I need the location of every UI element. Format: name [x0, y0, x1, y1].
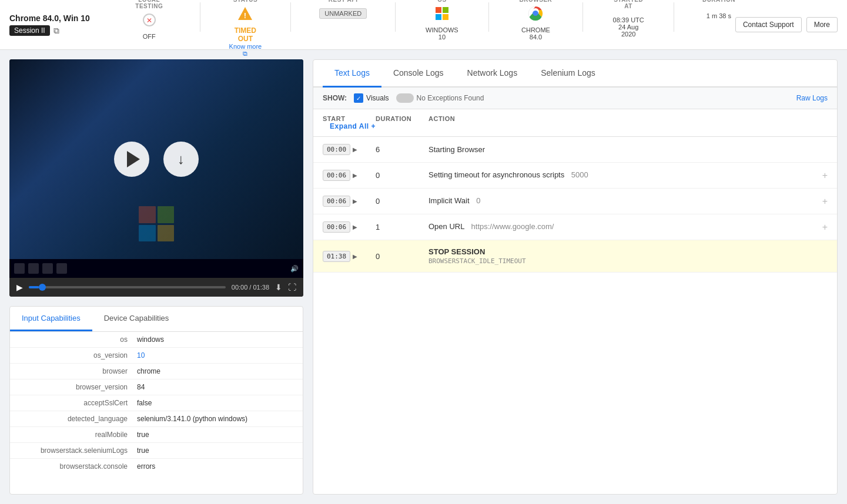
- taskbar-icon-3: [42, 263, 53, 274]
- svg-rect-4: [436, 7, 441, 13]
- taskbar-clock: 🔊: [290, 265, 299, 273]
- cap-row-os: os windows: [10, 332, 303, 348]
- log-row-2: 00:06 ▶ 0 Implicit Wait 0 +: [313, 189, 837, 214]
- tab-selenium-logs[interactable]: Selenium Logs: [529, 60, 607, 88]
- copy-icon[interactable]: ⧉: [53, 26, 59, 36]
- stat-status-label: STATUS: [233, 0, 258, 3]
- windows-icon: [434, 5, 450, 25]
- col-start: START: [323, 115, 376, 122]
- cap-row-detected-language: detected_language selenium/3.141.0 (pyth…: [10, 411, 303, 427]
- divider-2: [290, 2, 291, 32]
- stat-rest-api-label: REST API: [329, 0, 358, 3]
- header-left: Chrome 84.0, Win 10 Session II ⧉: [9, 14, 127, 36]
- action-param-1: 5000: [571, 170, 588, 179]
- stat-status-value: TIMED OUT: [228, 26, 262, 43]
- log-duration-4: 0: [376, 252, 428, 261]
- stat-os-label: OS: [437, 0, 446, 3]
- stop-session-label: STOP SESSION: [428, 247, 828, 256]
- log-time-4: 01:38 ▶: [323, 251, 376, 262]
- stat-duration: DURATION 1 m 38 s: [702, 0, 735, 19]
- taskbar: 🔊: [9, 259, 303, 278]
- progress-dot: [39, 284, 46, 291]
- logs-toolbar: SHOW: ✓ Visuals No Exceptions Found Raw …: [313, 88, 837, 109]
- cap-row-browser: browser chrome: [10, 364, 303, 379]
- svg-rect-7: [443, 14, 448, 20]
- divider-6: [674, 2, 674, 32]
- expand-icon-1[interactable]: +: [822, 170, 828, 181]
- stat-local-testing-value: OFF: [143, 33, 156, 40]
- log-time-2: 00:06 ▶: [323, 196, 376, 207]
- video-download-icon[interactable]: ⬇: [275, 283, 282, 292]
- tab-network-logs[interactable]: Network Logs: [456, 60, 530, 88]
- chrome-icon: [527, 5, 544, 25]
- log-row-1: 00:06 ▶ 0 Setting timeout for asynchrono…: [313, 163, 837, 189]
- log-duration-2: 0: [376, 197, 428, 206]
- time-display: 00:00 / 01:38: [232, 284, 269, 291]
- svg-rect-6: [436, 14, 441, 20]
- visuals-label: Visuals: [366, 94, 389, 102]
- expand-icon-3[interactable]: +: [822, 222, 828, 233]
- capabilities-tabs: Input Capabilities Device Capabilities: [10, 307, 303, 332]
- taskbar-right: 🔊: [290, 265, 299, 273]
- contact-support-button[interactable]: Contact Support: [735, 17, 802, 32]
- cap-row-browser-version: browser_version 84: [10, 379, 303, 395]
- log-time-3: 00:06 ▶: [323, 221, 376, 233]
- video-container: ↓ 🔊 ▶ 00:00 / 01:38 ⬇: [9, 59, 303, 297]
- tab-device-capabilities[interactable]: Device Capabilities: [92, 307, 181, 331]
- stat-os-value: WINDOWS 10: [424, 26, 460, 41]
- log-action-2: Implicit Wait 0 +: [428, 196, 828, 207]
- svg-point-10: [533, 11, 538, 16]
- log-duration-3: 1: [376, 223, 428, 231]
- action-param-2: 0: [476, 196, 480, 205]
- stat-browser-label: BROWSER: [520, 0, 553, 3]
- log-duration-1: 0: [376, 171, 428, 180]
- time-badge-2: 00:06: [323, 196, 350, 207]
- more-button[interactable]: More: [806, 17, 838, 32]
- know-more-link[interactable]: Know more ⧉: [228, 43, 262, 58]
- tab-text-logs[interactable]: Text Logs: [323, 60, 381, 88]
- log-duration-0: 6: [376, 145, 428, 154]
- visuals-checkbox[interactable]: ✓: [354, 93, 363, 103]
- left-panel: ↓ 🔊 ▶ 00:00 / 01:38 ⬇: [9, 59, 303, 495]
- status-warning-icon: !: [237, 5, 253, 25]
- play-button[interactable]: [114, 142, 149, 177]
- time-badge-4: 01:38: [323, 251, 350, 262]
- stat-started-at: STARTED AT 08:39 UTC 24 Aug 2020: [611, 0, 645, 38]
- divider-3: [395, 2, 396, 32]
- download-button[interactable]: ↓: [163, 142, 199, 177]
- chevron-2: ▶: [353, 198, 357, 204]
- right-panel: Text Logs Console Logs Network Logs Sele…: [313, 59, 838, 495]
- video-play-icon[interactable]: ▶: [16, 283, 23, 292]
- log-time-1: 00:06 ▶: [323, 170, 376, 181]
- session-id-text: Session II: [9, 25, 50, 36]
- top-header: Chrome 84.0, Win 10 Session II ⧉ LOCAL T…: [0, 0, 847, 50]
- main-content: ↓ 🔊 ▶ 00:00 / 01:38 ⬇: [0, 50, 847, 504]
- video-screen: ↓: [9, 59, 303, 259]
- log-row-4: 01:38 ▶ 0 STOP SESSION BROWSERSTACK_IDLE…: [313, 240, 837, 273]
- stat-rest-api: REST API UNMARKED: [319, 0, 367, 20]
- svg-rect-5: [443, 7, 448, 13]
- exceptions-toggle[interactable]: [396, 93, 414, 103]
- log-action-1: Setting timeout for asynchronous scripts…: [428, 170, 828, 181]
- divider-4: [488, 2, 489, 32]
- header-stats: LOCAL TESTING ✕ OFF STATUS ! TIMED OUT K…: [127, 0, 735, 58]
- fullscreen-icon[interactable]: ⛶: [288, 283, 296, 292]
- video-controls: ▶ 00:00 / 01:38 ⬇ ⛶: [9, 278, 303, 297]
- tab-console-logs[interactable]: Console Logs: [381, 60, 456, 88]
- stat-started-at-label: STARTED AT: [611, 0, 645, 9]
- expand-all-button[interactable]: Expand All +: [330, 122, 376, 130]
- raw-logs-link[interactable]: Raw Logs: [796, 94, 828, 102]
- taskbar-icon-1: [14, 263, 25, 274]
- log-action-4: STOP SESSION BROWSERSTACK_IDLE_TIMEOUT: [428, 247, 828, 265]
- stat-started-at-time: 08:39 UTC: [611, 16, 645, 23]
- taskbar-icon-2: [28, 263, 39, 274]
- progress-bar[interactable]: [29, 286, 226, 288]
- log-row-3: 00:06 ▶ 1 Open URL https://www.google.co…: [313, 214, 837, 240]
- log-row-0: 00:00 ▶ 6 Starting Browser: [313, 137, 837, 163]
- tab-input-capabilities[interactable]: Input Capabilities: [10, 307, 92, 331]
- taskbar-icon-4: [56, 263, 67, 274]
- cap-row-selenium-logs: browserstack.seleniumLogs true: [10, 443, 303, 459]
- chevron-0: ▶: [353, 146, 357, 153]
- expand-icon-2[interactable]: +: [822, 196, 828, 207]
- col-duration: DURATION: [376, 115, 428, 122]
